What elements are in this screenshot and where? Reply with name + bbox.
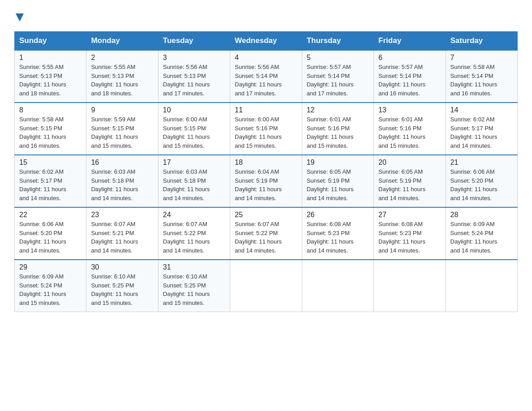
day-number: 28 bbox=[450, 211, 513, 219]
day-number: 8 bbox=[19, 106, 82, 114]
day-detail: Sunrise: 6:07 AMSunset: 5:22 PMDaylight:… bbox=[235, 221, 282, 254]
calendar-table: Sunday Monday Tuesday Wednesday Thursday… bbox=[14, 31, 518, 312]
header-row: Sunday Monday Tuesday Wednesday Thursday… bbox=[15, 32, 518, 51]
day-number: 26 bbox=[307, 211, 369, 219]
day-detail: Sunrise: 5:55 AMSunset: 5:13 PMDaylight:… bbox=[91, 64, 138, 97]
day-cell: 17 Sunrise: 6:03 AMSunset: 5:18 PMDaylig… bbox=[158, 155, 230, 207]
day-detail: Sunrise: 6:09 AMSunset: 5:24 PMDaylight:… bbox=[19, 273, 66, 306]
day-detail: Sunrise: 6:01 AMSunset: 5:16 PMDaylight:… bbox=[378, 116, 425, 149]
day-cell: 24 Sunrise: 6:07 AMSunset: 5:22 PMDaylig… bbox=[158, 207, 230, 260]
day-cell: 27 Sunrise: 6:08 AMSunset: 5:23 PMDaylig… bbox=[374, 207, 446, 260]
col-sunday: Sunday bbox=[15, 32, 86, 51]
day-cell: 9 Sunrise: 5:59 AMSunset: 5:15 PMDayligh… bbox=[86, 103, 158, 155]
day-detail: Sunrise: 5:58 AMSunset: 5:15 PMDaylight:… bbox=[19, 116, 66, 149]
day-detail: Sunrise: 5:56 AMSunset: 5:13 PMDaylight:… bbox=[163, 64, 210, 97]
day-number: 19 bbox=[307, 158, 369, 167]
header bbox=[14, 11, 518, 23]
logo-text bbox=[14, 11, 24, 22]
day-cell: 2 Sunrise: 5:55 AMSunset: 5:13 PMDayligh… bbox=[86, 50, 158, 103]
day-detail: Sunrise: 6:02 AMSunset: 5:17 PMDaylight:… bbox=[19, 168, 66, 201]
day-cell: 31 Sunrise: 6:10 AMSunset: 5:25 PMDaylig… bbox=[158, 260, 230, 312]
col-wednesday: Wednesday bbox=[230, 32, 302, 51]
day-number: 10 bbox=[163, 106, 225, 114]
col-friday: Friday bbox=[374, 32, 446, 51]
col-monday: Monday bbox=[86, 32, 158, 51]
day-detail: Sunrise: 6:05 AMSunset: 5:19 PMDaylight:… bbox=[378, 168, 425, 201]
day-detail: Sunrise: 6:06 AMSunset: 5:20 PMDaylight:… bbox=[450, 168, 498, 201]
col-tuesday: Tuesday bbox=[158, 32, 230, 51]
day-detail: Sunrise: 5:59 AMSunset: 5:15 PMDaylight:… bbox=[91, 116, 138, 149]
day-detail: Sunrise: 6:03 AMSunset: 5:18 PMDaylight:… bbox=[91, 168, 138, 201]
day-cell: 1 Sunrise: 5:55 AMSunset: 5:13 PMDayligh… bbox=[15, 50, 86, 103]
day-detail: Sunrise: 6:07 AMSunset: 5:22 PMDaylight:… bbox=[163, 221, 210, 254]
day-cell: 29 Sunrise: 6:09 AMSunset: 5:24 PMDaylig… bbox=[15, 260, 86, 312]
day-number: 14 bbox=[450, 106, 513, 114]
day-cell: 10 Sunrise: 6:00 AMSunset: 5:15 PMDaylig… bbox=[158, 103, 230, 155]
day-detail: Sunrise: 6:00 AMSunset: 5:15 PMDaylight:… bbox=[163, 116, 210, 149]
day-detail: Sunrise: 6:04 AMSunset: 5:19 PMDaylight:… bbox=[235, 168, 282, 201]
day-cell: 4 Sunrise: 5:56 AMSunset: 5:14 PMDayligh… bbox=[230, 50, 302, 103]
logo bbox=[14, 11, 24, 23]
day-detail: Sunrise: 6:09 AMSunset: 5:24 PMDaylight:… bbox=[450, 221, 498, 254]
day-number: 4 bbox=[235, 54, 297, 62]
day-number: 27 bbox=[378, 211, 441, 219]
logo-arrow-icon bbox=[14, 11, 24, 22]
day-cell: 15 Sunrise: 6:02 AMSunset: 5:17 PMDaylig… bbox=[15, 155, 86, 207]
day-number: 29 bbox=[19, 263, 82, 271]
day-detail: Sunrise: 6:10 AMSunset: 5:25 PMDaylight:… bbox=[163, 273, 210, 306]
day-number: 3 bbox=[163, 54, 225, 62]
day-detail: Sunrise: 5:55 AMSunset: 5:13 PMDaylight:… bbox=[19, 64, 66, 97]
day-number: 5 bbox=[307, 54, 369, 62]
col-saturday: Saturday bbox=[446, 32, 517, 51]
day-detail: Sunrise: 6:00 AMSunset: 5:16 PMDaylight:… bbox=[235, 116, 282, 149]
day-number: 12 bbox=[307, 106, 369, 114]
day-number: 24 bbox=[163, 211, 225, 219]
day-cell: 11 Sunrise: 6:00 AMSunset: 5:16 PMDaylig… bbox=[230, 103, 302, 155]
day-cell: 8 Sunrise: 5:58 AMSunset: 5:15 PMDayligh… bbox=[15, 103, 86, 155]
day-detail: Sunrise: 5:57 AMSunset: 5:14 PMDaylight:… bbox=[378, 64, 425, 97]
day-number: 31 bbox=[163, 263, 225, 271]
day-detail: Sunrise: 6:07 AMSunset: 5:21 PMDaylight:… bbox=[91, 221, 138, 254]
day-detail: Sunrise: 5:58 AMSunset: 5:14 PMDaylight:… bbox=[450, 64, 498, 97]
day-cell: 20 Sunrise: 6:05 AMSunset: 5:19 PMDaylig… bbox=[374, 155, 446, 207]
day-detail: Sunrise: 6:01 AMSunset: 5:16 PMDaylight:… bbox=[307, 116, 354, 149]
day-cell: 28 Sunrise: 6:09 AMSunset: 5:24 PMDaylig… bbox=[446, 207, 517, 260]
day-cell: 19 Sunrise: 6:05 AMSunset: 5:19 PMDaylig… bbox=[302, 155, 373, 207]
day-cell bbox=[302, 260, 373, 312]
day-number: 25 bbox=[235, 211, 297, 219]
day-number: 15 bbox=[19, 158, 82, 167]
day-cell: 16 Sunrise: 6:03 AMSunset: 5:18 PMDaylig… bbox=[86, 155, 158, 207]
day-detail: Sunrise: 6:08 AMSunset: 5:23 PMDaylight:… bbox=[307, 221, 354, 254]
day-number: 11 bbox=[235, 106, 297, 114]
day-cell bbox=[374, 260, 446, 312]
week-row-2: 8 Sunrise: 5:58 AMSunset: 5:15 PMDayligh… bbox=[15, 103, 518, 155]
day-cell: 18 Sunrise: 6:04 AMSunset: 5:19 PMDaylig… bbox=[230, 155, 302, 207]
day-number: 23 bbox=[91, 211, 153, 219]
day-detail: Sunrise: 6:10 AMSunset: 5:25 PMDaylight:… bbox=[91, 273, 138, 306]
day-cell: 30 Sunrise: 6:10 AMSunset: 5:25 PMDaylig… bbox=[86, 260, 158, 312]
day-cell: 7 Sunrise: 5:58 AMSunset: 5:14 PMDayligh… bbox=[446, 50, 517, 103]
day-cell: 25 Sunrise: 6:07 AMSunset: 5:22 PMDaylig… bbox=[230, 207, 302, 260]
day-cell: 22 Sunrise: 6:06 AMSunset: 5:20 PMDaylig… bbox=[15, 207, 86, 260]
col-thursday: Thursday bbox=[302, 32, 373, 51]
day-number: 13 bbox=[378, 106, 441, 114]
day-number: 21 bbox=[450, 158, 513, 167]
day-number: 17 bbox=[163, 158, 225, 167]
day-cell: 14 Sunrise: 6:02 AMSunset: 5:17 PMDaylig… bbox=[446, 103, 517, 155]
day-number: 18 bbox=[235, 158, 297, 167]
day-detail: Sunrise: 6:02 AMSunset: 5:17 PMDaylight:… bbox=[450, 116, 498, 149]
day-cell: 3 Sunrise: 5:56 AMSunset: 5:13 PMDayligh… bbox=[158, 50, 230, 103]
day-cell bbox=[230, 260, 302, 312]
week-row-4: 22 Sunrise: 6:06 AMSunset: 5:20 PMDaylig… bbox=[15, 207, 518, 260]
day-number: 2 bbox=[91, 54, 153, 62]
day-detail: Sunrise: 6:06 AMSunset: 5:20 PMDaylight:… bbox=[19, 221, 66, 254]
day-number: 22 bbox=[19, 211, 82, 219]
day-number: 30 bbox=[91, 263, 153, 271]
day-number: 6 bbox=[378, 54, 441, 62]
day-number: 9 bbox=[91, 106, 153, 114]
day-cell: 13 Sunrise: 6:01 AMSunset: 5:16 PMDaylig… bbox=[374, 103, 446, 155]
day-detail: Sunrise: 6:05 AMSunset: 5:19 PMDaylight:… bbox=[307, 168, 354, 201]
day-cell bbox=[446, 260, 517, 312]
day-cell: 6 Sunrise: 5:57 AMSunset: 5:14 PMDayligh… bbox=[374, 50, 446, 103]
week-row-1: 1 Sunrise: 5:55 AMSunset: 5:13 PMDayligh… bbox=[15, 50, 518, 103]
